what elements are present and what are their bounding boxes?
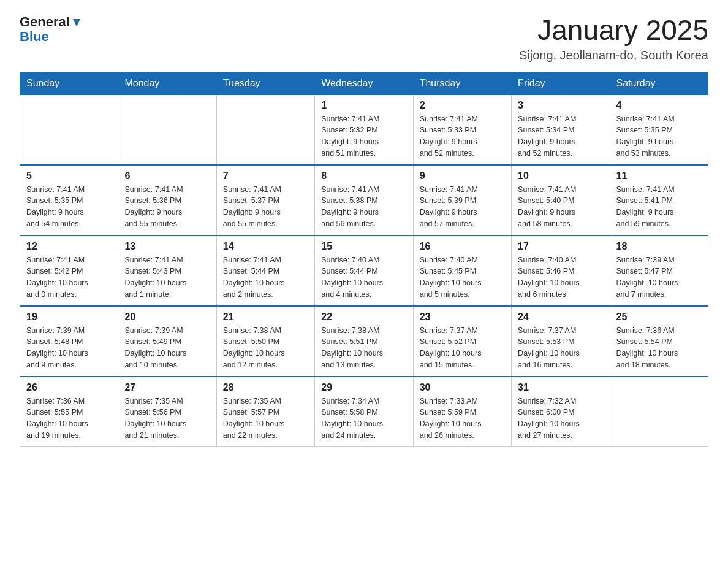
calendar-week-row: 26Sunrise: 7:36 AMSunset: 5:55 PMDayligh… (20, 377, 708, 447)
day-number: 22 (321, 312, 406, 323)
calendar-cell: 6Sunrise: 7:41 AMSunset: 5:36 PMDaylight… (118, 165, 216, 236)
day-number: 29 (321, 382, 406, 393)
day-number: 17 (518, 241, 603, 252)
calendar-cell: 7Sunrise: 7:41 AMSunset: 5:37 PMDaylight… (216, 165, 314, 236)
calendar-cell: 3Sunrise: 7:41 AMSunset: 5:34 PMDaylight… (512, 94, 610, 165)
weekday-header: Tuesday (216, 72, 314, 94)
day-info: Sunrise: 7:37 AMSunset: 5:52 PMDaylight:… (420, 325, 505, 371)
weekday-header: Sunday (20, 72, 118, 94)
day-number: 7 (223, 170, 308, 182)
calendar-cell: 25Sunrise: 7:36 AMSunset: 5:54 PMDayligh… (610, 306, 708, 377)
page-title: January 2025 (519, 15, 708, 46)
day-info: Sunrise: 7:34 AMSunset: 5:58 PMDaylight:… (321, 396, 406, 442)
day-number: 25 (616, 312, 702, 323)
weekday-header: Monday (118, 72, 216, 94)
page-header: General Blue January 2025 Sijong, Jeolla… (20, 15, 708, 63)
calendar-cell: 30Sunrise: 7:33 AMSunset: 5:59 PMDayligh… (413, 377, 511, 447)
calendar-cell: 13Sunrise: 7:41 AMSunset: 5:43 PMDayligh… (118, 236, 216, 306)
weekday-header: Wednesday (315, 72, 413, 94)
weekday-header: Thursday (413, 72, 511, 94)
calendar-cell: 17Sunrise: 7:40 AMSunset: 5:46 PMDayligh… (512, 236, 610, 306)
day-info: Sunrise: 7:35 AMSunset: 5:56 PMDaylight:… (124, 396, 210, 442)
day-number: 24 (518, 312, 603, 323)
title-block: January 2025 Sijong, Jeollanam-do, South… (519, 15, 708, 63)
day-info: Sunrise: 7:41 AMSunset: 5:44 PMDaylight:… (223, 255, 308, 301)
day-info: Sunrise: 7:39 AMSunset: 5:48 PMDaylight:… (26, 325, 112, 371)
day-number: 6 (124, 170, 210, 182)
day-info: Sunrise: 7:41 AMSunset: 5:40 PMDaylight:… (518, 184, 603, 230)
day-number: 20 (124, 312, 210, 323)
calendar-cell: 2Sunrise: 7:41 AMSunset: 5:33 PMDaylight… (413, 94, 511, 165)
day-number: 13 (124, 241, 210, 252)
page-subtitle: Sijong, Jeollanam-do, South Korea (519, 48, 708, 63)
calendar-cell: 1Sunrise: 7:41 AMSunset: 5:32 PMDaylight… (315, 94, 413, 165)
day-number: 18 (616, 241, 702, 252)
logo-triangle-icon (71, 17, 82, 28)
calendar-cell: 21Sunrise: 7:38 AMSunset: 5:50 PMDayligh… (216, 306, 314, 377)
calendar-week-row: 19Sunrise: 7:39 AMSunset: 5:48 PMDayligh… (20, 306, 708, 377)
day-info: Sunrise: 7:41 AMSunset: 5:43 PMDaylight:… (124, 255, 210, 301)
calendar-cell: 16Sunrise: 7:40 AMSunset: 5:45 PMDayligh… (413, 236, 511, 306)
day-info: Sunrise: 7:41 AMSunset: 5:42 PMDaylight:… (26, 255, 112, 301)
day-number: 11 (616, 170, 702, 182)
calendar-cell: 20Sunrise: 7:39 AMSunset: 5:49 PMDayligh… (118, 306, 216, 377)
weekday-header: Saturday (610, 72, 708, 94)
calendar-week-row: 12Sunrise: 7:41 AMSunset: 5:42 PMDayligh… (20, 236, 708, 306)
day-number: 27 (124, 382, 210, 393)
calendar-cell: 26Sunrise: 7:36 AMSunset: 5:55 PMDayligh… (20, 377, 118, 447)
logo: General Blue (20, 15, 82, 44)
day-info: Sunrise: 7:41 AMSunset: 5:39 PMDaylight:… (420, 184, 505, 230)
day-info: Sunrise: 7:41 AMSunset: 5:36 PMDaylight:… (124, 184, 210, 230)
day-info: Sunrise: 7:38 AMSunset: 5:51 PMDaylight:… (321, 325, 406, 371)
calendar-cell: 8Sunrise: 7:41 AMSunset: 5:38 PMDaylight… (315, 165, 413, 236)
day-number: 31 (518, 382, 603, 393)
day-number: 5 (26, 170, 112, 182)
calendar-cell: 27Sunrise: 7:35 AMSunset: 5:56 PMDayligh… (118, 377, 216, 447)
day-info: Sunrise: 7:38 AMSunset: 5:50 PMDaylight:… (223, 325, 308, 371)
day-info: Sunrise: 7:39 AMSunset: 5:49 PMDaylight:… (124, 325, 210, 371)
day-number: 1 (321, 100, 406, 111)
day-info: Sunrise: 7:40 AMSunset: 5:45 PMDaylight:… (420, 255, 505, 301)
day-number: 3 (518, 100, 603, 111)
day-info: Sunrise: 7:35 AMSunset: 5:57 PMDaylight:… (223, 396, 308, 442)
logo-blue: Blue (20, 29, 49, 44)
day-info: Sunrise: 7:32 AMSunset: 6:00 PMDaylight:… (518, 396, 603, 442)
calendar-cell: 19Sunrise: 7:39 AMSunset: 5:48 PMDayligh… (20, 306, 118, 377)
calendar-cell: 4Sunrise: 7:41 AMSunset: 5:35 PMDaylight… (610, 94, 708, 165)
day-info: Sunrise: 7:41 AMSunset: 5:34 PMDaylight:… (518, 113, 603, 159)
day-info: Sunrise: 7:41 AMSunset: 5:35 PMDaylight:… (616, 113, 702, 159)
svg-marker-0 (73, 19, 80, 26)
day-number: 16 (420, 241, 505, 252)
day-info: Sunrise: 7:36 AMSunset: 5:55 PMDaylight:… (26, 396, 112, 442)
day-number: 8 (321, 170, 406, 182)
calendar-cell: 23Sunrise: 7:37 AMSunset: 5:52 PMDayligh… (413, 306, 511, 377)
calendar-cell: 5Sunrise: 7:41 AMSunset: 5:35 PMDaylight… (20, 165, 118, 236)
calendar-header-row: SundayMondayTuesdayWednesdayThursdayFrid… (20, 72, 708, 94)
calendar-cell (118, 94, 216, 165)
day-number: 9 (420, 170, 505, 182)
day-number: 12 (26, 241, 112, 252)
day-number: 26 (26, 382, 112, 393)
calendar-cell: 12Sunrise: 7:41 AMSunset: 5:42 PMDayligh… (20, 236, 118, 306)
logo-general: General (20, 15, 70, 29)
day-info: Sunrise: 7:33 AMSunset: 5:59 PMDaylight:… (420, 396, 505, 442)
day-info: Sunrise: 7:40 AMSunset: 5:44 PMDaylight:… (321, 255, 406, 301)
calendar-cell (610, 377, 708, 447)
calendar-cell: 9Sunrise: 7:41 AMSunset: 5:39 PMDaylight… (413, 165, 511, 236)
calendar-cell: 24Sunrise: 7:37 AMSunset: 5:53 PMDayligh… (512, 306, 610, 377)
day-info: Sunrise: 7:41 AMSunset: 5:41 PMDaylight:… (616, 184, 702, 230)
day-number: 30 (420, 382, 505, 393)
day-info: Sunrise: 7:41 AMSunset: 5:35 PMDaylight:… (26, 184, 112, 230)
calendar-cell: 15Sunrise: 7:40 AMSunset: 5:44 PMDayligh… (315, 236, 413, 306)
calendar-cell (216, 94, 314, 165)
weekday-header: Friday (512, 72, 610, 94)
day-info: Sunrise: 7:41 AMSunset: 5:37 PMDaylight:… (223, 184, 308, 230)
day-number: 14 (223, 241, 308, 252)
day-info: Sunrise: 7:41 AMSunset: 5:38 PMDaylight:… (321, 184, 406, 230)
day-number: 4 (616, 100, 702, 111)
day-number: 28 (223, 382, 308, 393)
calendar-cell: 29Sunrise: 7:34 AMSunset: 5:58 PMDayligh… (315, 377, 413, 447)
calendar-cell: 14Sunrise: 7:41 AMSunset: 5:44 PMDayligh… (216, 236, 314, 306)
calendar-table: SundayMondayTuesdayWednesdayThursdayFrid… (20, 72, 708, 447)
day-number: 2 (420, 100, 505, 111)
